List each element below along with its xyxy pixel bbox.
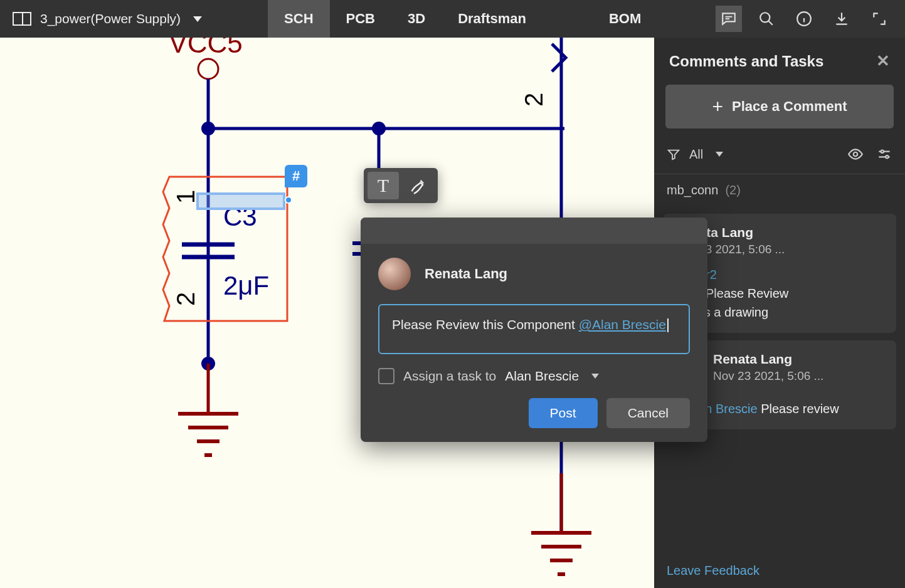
info-icon[interactable] (791, 6, 817, 32)
schematic-canvas[interactable]: VCC5 2 = 1 2 C3 2μF (0, 38, 654, 588)
search-icon[interactable] (753, 6, 780, 32)
chevron-down-icon[interactable] (193, 16, 202, 22)
leave-feedback-link[interactable]: Leave Feedback (654, 554, 905, 588)
card-author: Renata Lang (713, 352, 823, 367)
tab-pcb[interactable]: PCB (330, 0, 391, 38)
dialog-drag-handle[interactable] (361, 218, 707, 244)
cancel-button[interactable]: Cancel (606, 398, 690, 428)
chevron-down-icon[interactable] (716, 152, 723, 157)
text-tool-button[interactable]: T (368, 172, 399, 199)
avatar (378, 258, 411, 290)
svg-point-0 (760, 13, 770, 22)
assign-label: Assign a task to (403, 369, 496, 384)
post-button[interactable]: Post (529, 398, 598, 428)
tab-3d[interactable]: 3D (391, 0, 442, 38)
card-date: Nov 23 2021, 5:06 ... (713, 369, 823, 383)
place-comment-button[interactable]: + Place a Comment (665, 85, 894, 129)
filter-icon[interactable] (667, 147, 680, 161)
document-icon (13, 12, 31, 26)
tab-draftsman[interactable]: Draftsman (442, 0, 542, 38)
comment-textarea[interactable]: Please Review this Component @Alan Bresc… (378, 304, 690, 354)
close-icon[interactable]: ✕ (876, 51, 890, 71)
comment-pointer (285, 196, 292, 204)
chevron-down-icon[interactable] (591, 374, 599, 379)
svg-point-27 (886, 155, 888, 158)
annotation-toolbar: T (364, 168, 438, 203)
comment-group-header[interactable]: mb_conn (2) (654, 174, 905, 206)
pin1: 1 (172, 190, 199, 204)
comment-author: Renata Lang (425, 266, 507, 282)
panel-title: Comments and Tasks (669, 53, 823, 70)
view-tabs: SCH PCB 3D Draftsman BOM (268, 0, 657, 38)
plus-icon: + (712, 96, 724, 117)
eye-icon[interactable] (847, 146, 864, 162)
assign-name[interactable]: Alan Brescie (505, 369, 579, 384)
svg-point-25 (854, 152, 858, 157)
tab-sch[interactable]: SCH (268, 0, 329, 38)
net-label: VCC5 (169, 38, 242, 58)
component-value: 2μF (223, 271, 269, 300)
settings-sliders-icon[interactable] (876, 146, 892, 162)
fullscreen-icon[interactable] (866, 6, 892, 32)
selection-highlight[interactable] (196, 192, 285, 210)
pin-right: 2 (520, 93, 548, 107)
draw-tool-button[interactable] (403, 172, 434, 199)
svg-point-26 (881, 150, 884, 153)
tab-bom[interactable]: BOM (593, 0, 657, 38)
comment-dialog: Renata Lang Please Review this Component… (361, 218, 707, 442)
comment-marker[interactable]: # (285, 165, 307, 187)
top-toolbar: 3_power(Power Supply) SCH PCB 3D Draftsm… (0, 0, 905, 38)
pin2: 2 (172, 292, 199, 306)
svg-point-5 (201, 122, 215, 135)
svg-point-2 (198, 59, 218, 79)
download-icon[interactable] (828, 6, 855, 32)
mention[interactable]: @Alan Brescie (579, 317, 666, 332)
document-title[interactable]: 3_power(Power Supply) (40, 11, 181, 26)
comments-icon[interactable] (716, 6, 742, 32)
filter-dropdown[interactable]: All (689, 147, 703, 162)
assign-checkbox[interactable] (378, 368, 394, 384)
